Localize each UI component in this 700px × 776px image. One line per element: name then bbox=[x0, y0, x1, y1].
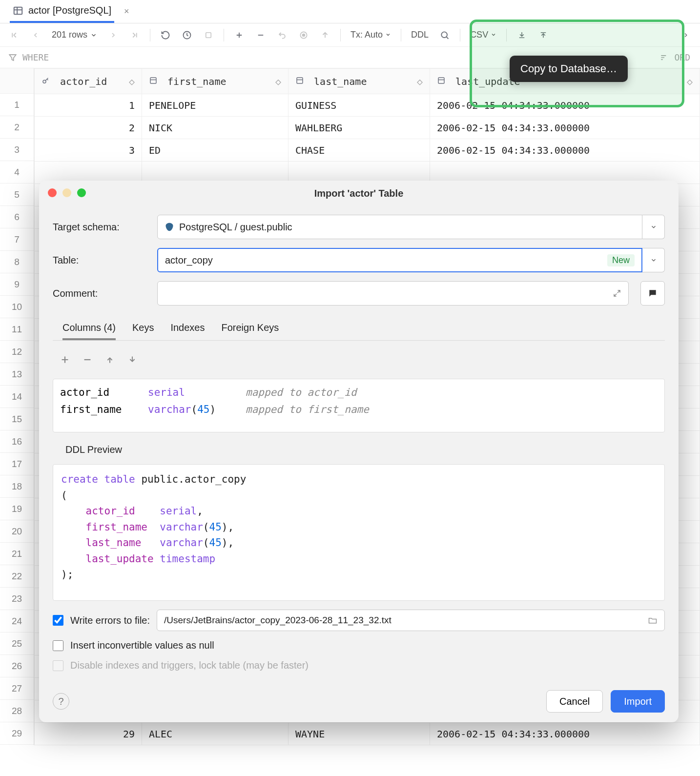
svg-rect-0 bbox=[14, 7, 22, 14]
commit-preview-icon[interactable] bbox=[295, 27, 312, 43]
col-first-name[interactable]: first_name◇ bbox=[142, 69, 288, 94]
row-number[interactable]: 8 bbox=[0, 251, 34, 273]
row-number[interactable]: 2 bbox=[0, 116, 34, 139]
tab-columns[interactable]: Columns (4) bbox=[62, 317, 116, 340]
next-toolbar-icon[interactable] bbox=[678, 27, 694, 43]
close-icon[interactable]: × bbox=[120, 6, 133, 17]
row-number[interactable]: 19 bbox=[0, 498, 34, 520]
row-number[interactable]: 5 bbox=[0, 184, 34, 206]
row-number[interactable]: 13 bbox=[0, 363, 34, 386]
row-number[interactable]: 18 bbox=[0, 475, 34, 498]
row-number[interactable]: 28 bbox=[0, 700, 34, 722]
last-page-icon[interactable] bbox=[126, 27, 143, 43]
ddl-preview[interactable]: create table public.actor_copy( actor_id… bbox=[53, 464, 665, 601]
table-row[interactable]: 1PENELOPEGUINESS2006-02-15 04:34:33.0000… bbox=[35, 94, 700, 117]
comment-input[interactable] bbox=[157, 281, 629, 306]
row-number[interactable]: 25 bbox=[0, 633, 34, 655]
row-number[interactable]: 23 bbox=[0, 588, 34, 610]
chevron-down-icon[interactable] bbox=[642, 248, 665, 272]
import-button[interactable]: Import bbox=[611, 690, 665, 713]
first-page-icon[interactable] bbox=[6, 27, 22, 43]
ddl-preview-label: DDL Preview bbox=[53, 441, 665, 455]
add-row-icon[interactable] bbox=[231, 27, 247, 43]
download-icon[interactable] bbox=[514, 27, 530, 43]
zoom-window-icon[interactable] bbox=[77, 188, 86, 197]
editor-tabbar: actor [PostgreSQL] × bbox=[0, 0, 700, 23]
dialog-title: Import 'actor' Table bbox=[314, 188, 404, 199]
row-count[interactable]: 201 rows bbox=[49, 30, 100, 40]
svg-point-4 bbox=[303, 34, 305, 36]
comment-action-button[interactable] bbox=[640, 281, 665, 306]
upload-icon[interactable] bbox=[535, 27, 552, 43]
column-mapping[interactable]: actor_idserialmapped to actor_idfirst_na… bbox=[53, 379, 665, 432]
order-filter[interactable]: ORD bbox=[659, 52, 700, 62]
write-errors-checkbox[interactable] bbox=[53, 615, 63, 626]
add-icon[interactable] bbox=[60, 354, 70, 365]
row-number[interactable]: 10 bbox=[0, 296, 34, 318]
key-icon bbox=[41, 76, 50, 85]
row-number[interactable]: 21 bbox=[0, 543, 34, 565]
chevron-down-icon[interactable] bbox=[642, 215, 665, 239]
expand-icon[interactable] bbox=[613, 289, 621, 298]
stop-icon[interactable] bbox=[200, 27, 217, 43]
remove-row-icon[interactable] bbox=[252, 27, 269, 43]
reload-icon[interactable] bbox=[157, 27, 174, 43]
ddl-button[interactable]: DDL bbox=[408, 30, 432, 40]
row-number[interactable]: 16 bbox=[0, 430, 34, 453]
col-actor-id[interactable]: actor_id◇ bbox=[35, 69, 142, 94]
tab-indexes[interactable]: Indexes bbox=[170, 317, 205, 340]
row-number[interactable]: 22 bbox=[0, 565, 34, 588]
move-down-icon[interactable] bbox=[127, 354, 138, 365]
row-number[interactable]: 14 bbox=[0, 386, 34, 408]
tx-mode[interactable]: Tx: Auto bbox=[348, 30, 394, 40]
row-number[interactable]: 4 bbox=[0, 161, 34, 184]
target-schema-label: Target schema: bbox=[53, 222, 150, 233]
search-icon[interactable] bbox=[436, 27, 453, 43]
history-icon[interactable] bbox=[179, 27, 195, 43]
row-number[interactable]: 6 bbox=[0, 206, 34, 228]
csv-format[interactable]: CSV bbox=[467, 30, 499, 40]
close-window-icon[interactable] bbox=[48, 188, 57, 197]
row-number[interactable]: 9 bbox=[0, 273, 34, 296]
table-row[interactable]: 29ALECWAYNE2006-02-15 04:34:33.000000 bbox=[35, 723, 700, 745]
error-file-path-input[interactable]: /Users/JetBrains/actor_copy_2023-06-28_1… bbox=[157, 610, 665, 631]
row-number[interactable]: 11 bbox=[0, 318, 34, 341]
tab-foreign-keys[interactable]: Foreign Keys bbox=[221, 317, 279, 340]
next-page-icon[interactable] bbox=[105, 27, 122, 43]
row-number[interactable]: 7 bbox=[0, 228, 34, 251]
prev-page-icon[interactable] bbox=[27, 27, 44, 43]
row-number[interactable]: 24 bbox=[0, 610, 34, 633]
svg-rect-2 bbox=[206, 32, 211, 38]
folder-icon[interactable] bbox=[648, 615, 658, 625]
tab-keys[interactable]: Keys bbox=[132, 317, 154, 340]
row-number[interactable]: 27 bbox=[0, 677, 34, 700]
grid-toolbar: 201 rows Tx: Auto DDL CSV bbox=[0, 23, 700, 47]
column-icon bbox=[149, 76, 158, 85]
move-up-icon[interactable] bbox=[104, 354, 115, 365]
revert-icon[interactable] bbox=[274, 27, 290, 43]
table-row[interactable]: 3EDCHASE2006-02-15 04:34:33.000000 bbox=[35, 139, 700, 162]
svg-point-6 bbox=[43, 80, 46, 83]
tab-actor[interactable]: actor [PostgreSQL] bbox=[10, 0, 114, 23]
window-controls[interactable] bbox=[48, 188, 86, 197]
row-number[interactable]: 3 bbox=[0, 139, 34, 161]
insert-null-checkbox[interactable] bbox=[53, 640, 63, 651]
remove-icon[interactable] bbox=[82, 354, 93, 365]
cancel-button[interactable]: Cancel bbox=[546, 690, 603, 713]
submit-icon[interactable] bbox=[317, 27, 333, 43]
row-number[interactable]: 15 bbox=[0, 408, 34, 430]
table-row[interactable]: 2NICKWAHLBERG2006-02-15 04:34:33.000000 bbox=[35, 117, 700, 139]
row-number[interactable]: 17 bbox=[0, 453, 34, 475]
comment-label: Comment: bbox=[53, 288, 150, 299]
help-icon[interactable]: ? bbox=[53, 693, 69, 710]
table-name-input[interactable]: actor_copy New bbox=[157, 248, 642, 272]
row-number[interactable]: 26 bbox=[0, 655, 34, 677]
row-number[interactable]: 12 bbox=[0, 341, 34, 363]
row-number[interactable]: 29 bbox=[0, 722, 34, 745]
row-number[interactable]: 1 bbox=[0, 94, 34, 116]
row-number[interactable]: 20 bbox=[0, 520, 34, 543]
disable-indexes-label: Disable indexes and triggers, lock table… bbox=[70, 660, 309, 671]
target-schema-field[interactable]: PostgreSQL / guest.public bbox=[157, 215, 642, 239]
disable-indexes-checkbox bbox=[53, 660, 63, 671]
col-last-name[interactable]: last_name◇ bbox=[288, 69, 430, 94]
